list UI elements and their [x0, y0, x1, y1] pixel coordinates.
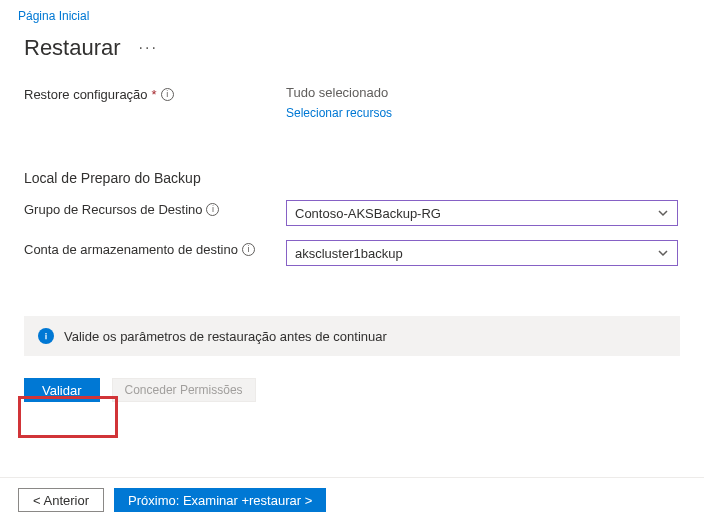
staging-section-title: Local de Preparo do Backup	[24, 170, 680, 186]
validate-info-banner: Valide os parâmetros de restauração ante…	[24, 316, 680, 356]
validate-button[interactable]: Validar	[24, 378, 100, 402]
breadcrumb: Página Inicial	[0, 0, 704, 27]
restore-config-label: Restore configuração * i	[24, 85, 286, 102]
storage-account-value: akscluster1backup	[295, 246, 403, 261]
highlight-annotation	[18, 396, 118, 438]
breadcrumb-home-link[interactable]: Página Inicial	[18, 9, 89, 23]
storage-account-label: Conta de armazenamento de destino i	[24, 240, 286, 257]
page-title: Restaurar	[24, 35, 121, 61]
info-icon[interactable]: i	[206, 203, 219, 216]
chevron-down-icon	[657, 207, 669, 219]
select-resources-link[interactable]: Selecionar recursos	[286, 106, 392, 120]
wizard-footer: < Anterior Próximo: Examinar +restaurar …	[0, 477, 704, 512]
required-star-icon: *	[152, 87, 157, 102]
resource-group-value: Contoso-AKSBackup-RG	[295, 206, 441, 221]
storage-account-dropdown[interactable]: akscluster1backup	[286, 240, 678, 266]
storage-account-row: Conta de armazenamento de destino i aksc…	[24, 240, 680, 266]
storage-account-label-text: Conta de armazenamento de destino	[24, 242, 238, 257]
banner-text: Valide os parâmetros de restauração ante…	[64, 329, 387, 344]
page-header: Restaurar ···	[0, 27, 704, 67]
restore-config-status: Tudo selecionado	[286, 85, 680, 100]
resource-group-row: Grupo de Recursos de Destino i Contoso-A…	[24, 200, 680, 226]
more-icon[interactable]: ···	[139, 39, 158, 57]
next-button[interactable]: Próximo: Examinar +restaurar >	[114, 488, 326, 512]
validate-button-row: Validar Conceder Permissões	[24, 378, 680, 402]
chevron-down-icon	[657, 247, 669, 259]
restore-config-label-text: Restore configuração	[24, 87, 148, 102]
info-circle-icon	[38, 328, 54, 344]
grant-permissions-button: Conceder Permissões	[112, 378, 256, 402]
resource-group-dropdown[interactable]: Contoso-AKSBackup-RG	[286, 200, 678, 226]
previous-button[interactable]: < Anterior	[18, 488, 104, 512]
info-icon[interactable]: i	[161, 88, 174, 101]
resource-group-label: Grupo de Recursos de Destino i	[24, 200, 286, 217]
restore-config-row: Restore configuração * i Tudo selecionad…	[24, 85, 680, 120]
info-icon[interactable]: i	[242, 243, 255, 256]
resource-group-label-text: Grupo de Recursos de Destino	[24, 202, 202, 217]
